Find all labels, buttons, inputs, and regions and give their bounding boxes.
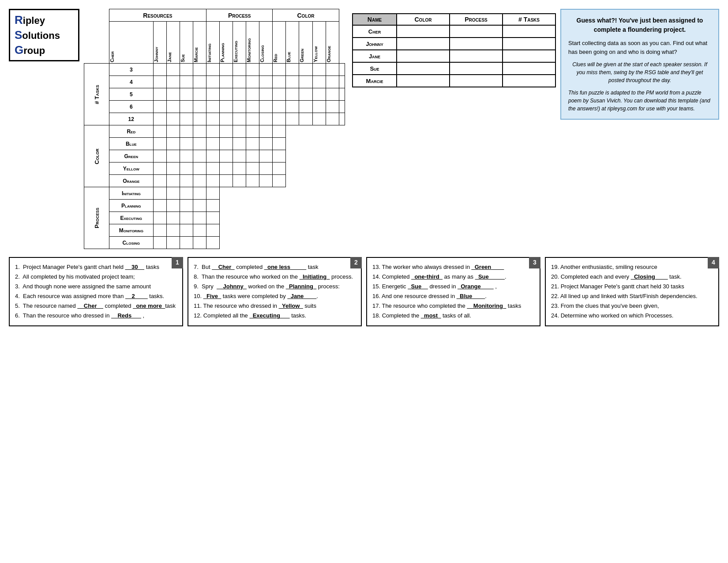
row-label-orange: Orange [109,175,153,187]
resources-header: Resources [109,9,206,22]
table-row: Color Red [84,125,345,138]
logo-g: G [15,43,23,57]
summary-header-color: Color [397,14,450,25]
clue-3-3: 15. Energetic _Sue__ dressed in _Orange_… [372,282,534,291]
clue-box-3: 3 13. The worker who always dressed in _… [366,257,540,326]
puzzle-grid: Resources Process Color Cher Johnny [84,9,345,249]
color-side-label: Color [84,125,109,187]
clue-3-5: 17. The resource who completed the __Mon… [372,301,534,311]
col-green: Green [299,23,311,62]
col-initiating: Initiating [206,23,219,62]
process-side-label: Process [84,187,109,249]
table-row: Blue [84,138,345,150]
table-row: 12 [84,113,345,125]
clue-1-4: 4. Each resource was assigned more than … [15,291,177,301]
summary-row-johnny: Johnny [353,38,555,50]
tasks-side-label: # Tasks [84,64,109,125]
col-executing: Executing [233,23,245,62]
table-row: Executing [84,212,345,224]
info-italic1: Clues will be given at the start of each… [568,60,711,84]
col-johnny: Johnny [154,23,166,62]
summary-row-sue: Sue [353,62,555,75]
clue-4-4: 22. All lined up and linked with Start/F… [551,291,713,301]
clue-3-6: 18. Completed the _most_ tasks of all. [372,311,534,321]
clue-box-1: 1 1. Project Manager Pete's gantt chart … [9,257,183,326]
clue-2-6: 12. Completed all the _Executing___ task… [194,311,356,321]
row-label-initiating: Initiating [109,187,153,200]
logo-s: S [15,28,22,42]
clue-badge-1: 1 [172,257,183,268]
info-box: Guess what?! You've just been assigned t… [560,9,719,120]
col-marcie: Marcie [193,23,206,62]
col-cher: Cher [109,23,122,62]
row-label-12: 12 [109,113,153,125]
clue-2-4: 10. _Five_ tasks were completed by _Jane… [194,291,356,301]
summary-row-jane: Jane [353,50,555,62]
col-orange: Orange [326,23,338,62]
row-label-4: 4 [109,76,153,88]
col-blue: Blue [286,23,298,62]
process-header: Process [206,9,273,22]
row-label-executing: Executing [109,212,153,224]
row-label-blue: Blue [109,138,153,150]
row-label-yellow: Yellow [109,162,153,175]
row-label-monitoring: Monitoring [109,224,153,237]
logo-r: R [15,13,23,26]
summary-header-tasks: # Tasks [503,14,555,25]
clue-2-3: 9. Spry __Johnny_ worked on the _Plannin… [194,282,356,291]
col-monitoring: Monitoring [246,23,259,62]
row-label-3: 3 [109,64,153,76]
info-headline: Guess what?! You've just been assigned t… [568,16,711,34]
col-planning: Planning [220,23,232,62]
table-row: 6 [84,101,345,113]
clue-badge-3: 3 [529,257,540,268]
clue-1-2: 2. All completed by his motivated projec… [15,272,177,282]
row-label-5: 5 [109,88,153,101]
table-row: 4 [84,76,345,88]
clue-badge-4: 4 [708,257,719,268]
table-row: Yellow [84,162,345,175]
summary-header-name: Name [353,14,397,25]
table-row: Orange [84,175,345,187]
page-container: Ripley Solutions Group Resources Process… [9,9,719,326]
clue-1-3: 3. And though none were assigned the sam… [15,282,177,291]
clue-3-4: 16. And one resource dressed in _Blue___… [372,291,534,301]
clue-3-1: 13. The worker who always dressed in _Gr… [372,262,534,272]
clue-4-6: 24. Determine who worked on which Proces… [551,311,713,321]
table-row: Green [84,150,345,162]
grid-and-summary: Resources Process Color Cher Johnny [84,9,556,249]
info-footer: This fun puzzle is adapted to the PM wor… [568,89,711,113]
top-section: Ripley Solutions Group Resources Process… [9,9,719,249]
row-label-green: Green [109,150,153,162]
clue-1-6: 6. Than the resource who dressed in __Re… [15,311,177,321]
clue-2-5: 11. The resource who dressed in _Yellow_… [194,301,356,311]
row-label-red: Red [109,125,153,138]
clue-3-2: 14. Completed _one-third_ as many as _Su… [372,272,534,282]
summary-header-process: Process [450,14,503,25]
row-label-closing: Closing [109,237,153,249]
logo-line2-text: olutions [22,30,60,41]
table-row: # Tasks 3 [84,64,345,76]
info-sub-text: Start collecting data as soon as you can… [568,39,711,56]
logo-line1: Ripley [15,13,74,28]
logo-line3: Group [15,43,74,58]
summary-row-marcie: Marcie [353,75,555,87]
clue-4-1: 19. Another enthusiastic, smiling resour… [551,262,713,272]
clue-box-4: 4 19. Another enthusiastic, smiling reso… [545,257,719,326]
row-label-planning: Planning [109,200,153,212]
clues-section: 1 1. Project Manager Pete's gantt chart … [9,257,719,326]
clue-4-2: 20. Completed each and every _Closing___… [551,272,713,282]
table-row: 5 [84,88,345,101]
table-row: Planning [84,200,345,212]
clue-4-5: 23. From the clues that you've been give… [551,301,713,311]
clue-box-2: 2 7. But __Cher_ completed _one less____… [188,257,362,326]
clue-badge-2: 2 [350,257,362,268]
logo-line3-text: roup [23,45,45,56]
col-yellow: Yellow [313,23,325,62]
logo-line2: Solutions [15,28,74,43]
color-header: Color [273,9,339,22]
row-label-6: 6 [109,101,153,113]
table-row: Closing [84,237,345,249]
table-row: Monitoring [84,224,345,237]
clue-4-3: 21. Project Manager Pete's gantt chart h… [551,282,713,291]
